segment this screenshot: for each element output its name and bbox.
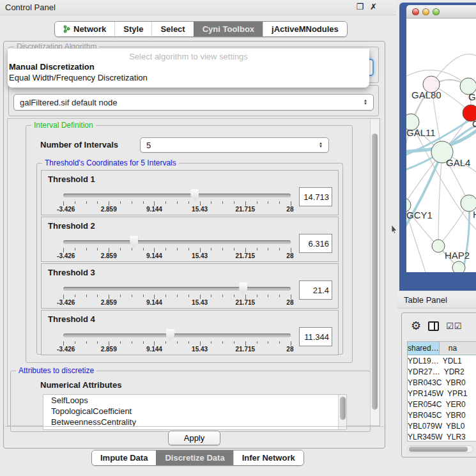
table-cell: YPR145W xyxy=(408,388,443,399)
table-cell: YBR0 xyxy=(441,410,476,420)
network-node-label: H xyxy=(473,209,476,220)
algorithm-popup-item[interactable]: Manual Discretization xyxy=(8,61,369,72)
slider-tick-labels: -3.4262.8599.14415.4321.71528 xyxy=(63,346,291,353)
slider-tick-labels: -3.4262.8599.14415.4321.71528 xyxy=(63,206,291,213)
threshold-value-field[interactable]: 21.4 xyxy=(299,280,332,300)
bottom-tab-infer-network[interactable]: Infer Network xyxy=(233,450,303,465)
apply-button[interactable]: Apply xyxy=(168,431,221,445)
network-canvas[interactable]: GAL80GACGAL11GAL4GCY1HHAP2 xyxy=(406,19,476,272)
bottom-tab-discretize-data[interactable]: Discretize Data xyxy=(156,450,233,465)
tab-label: Select xyxy=(160,24,185,34)
num-intervals-value: 5 xyxy=(146,141,151,150)
table-cell: YBL0 xyxy=(442,420,476,431)
table-data-combo[interactable]: galFiltered.sif default node ▲▼ xyxy=(13,94,374,111)
zoom-traffic-light[interactable] xyxy=(433,8,440,15)
table-data-value: galFiltered.sif default node xyxy=(20,98,117,107)
table-row[interactable]: YDR27…YDR2 xyxy=(408,366,476,377)
attributes-scrollbar[interactable] xyxy=(338,395,346,429)
table-row[interactable]: YDL19…YDL1 xyxy=(408,355,476,366)
threshold-slider-thumb[interactable] xyxy=(190,189,199,201)
bottom-tab-label: Impute Data xyxy=(100,453,148,463)
combo-stepper-icon: ▲▼ xyxy=(315,142,323,148)
split-columns-icon[interactable] xyxy=(428,321,439,331)
table-cell: YDR2 xyxy=(440,366,476,377)
close-window-icon[interactable]: ✗ xyxy=(370,2,377,12)
threshold-slider-thumb[interactable] xyxy=(130,236,138,248)
tab-label: Cyni Toolbox xyxy=(203,24,254,34)
apply-row: Apply xyxy=(4,426,384,449)
bottom-tab-impute-data[interactable]: Impute Data xyxy=(92,450,156,465)
node-table[interactable]: shared…na YDL19…YDL1YDR27…YDR2YBR043CYBR… xyxy=(407,341,476,441)
numerical-attributes-list[interactable]: SelfLoopsTopologicalCoefficientBetweenne… xyxy=(43,394,347,430)
tab-select[interactable]: Select xyxy=(151,22,193,36)
table-cell: YBL079W xyxy=(408,420,442,431)
network-view-window: GAL80GACGAL11GAL4GCY1HHAP2 xyxy=(399,3,476,291)
threshold-panel: Threshold 3-3.4262.8599.14415.4321.71528… xyxy=(41,263,339,309)
table-cell: YBR0 xyxy=(441,377,476,388)
table-panel-toolbar: ⚙ ☑☑ xyxy=(402,317,476,335)
table-cell: YDL19… xyxy=(408,355,439,366)
table-row[interactable]: YBL079WYBL0 xyxy=(408,420,476,431)
algorithm-dropdown-popup: Select algorithm to view settings Manual… xyxy=(8,49,369,88)
table-row[interactable]: YER054CYER0 xyxy=(408,399,476,410)
thresholds-group: Threshold's Coordinates for 5 Intervals … xyxy=(36,163,343,355)
table-cell: YBR045C xyxy=(408,410,441,420)
threshold-slider-track[interactable] xyxy=(63,334,291,337)
table-column-header[interactable]: na xyxy=(440,342,476,355)
tab-network[interactable]: Network xyxy=(55,22,114,36)
network-icon xyxy=(63,25,70,33)
tab-label: jActiveMNodules xyxy=(272,24,339,34)
table-cell: YDR27… xyxy=(408,366,440,377)
network-node-label: GCY1 xyxy=(406,210,433,220)
tab-label: Style xyxy=(123,24,143,34)
settings-vertical-scrollbar[interactable] xyxy=(370,119,379,425)
gear-icon[interactable]: ⚙ xyxy=(411,320,421,332)
tab-cyni-toolbox[interactable]: Cyni Toolbox xyxy=(194,22,263,36)
table-row[interactable]: YBR043CYBR0 xyxy=(408,377,476,388)
checkbox-icons[interactable]: ☑☑ xyxy=(446,321,462,331)
threshold-slider-track[interactable] xyxy=(63,287,291,291)
close-traffic-light[interactable] xyxy=(412,8,419,15)
tab-style[interactable]: Style xyxy=(114,22,151,36)
float-window-icon[interactable]: ❐ xyxy=(356,2,364,12)
network-node[interactable] xyxy=(452,261,465,272)
threshold-value-field[interactable]: 11.344 xyxy=(299,327,332,346)
bottom-tab-bar: Impute DataDiscretize DataInfer Network xyxy=(91,450,304,466)
threshold-slider-thumb[interactable] xyxy=(166,329,174,341)
network-edge-highlighted[interactable] xyxy=(463,203,470,272)
attribute-list-item[interactable]: TopologicalCoefficient xyxy=(43,406,346,417)
table-row[interactable]: YBR045CYBR0 xyxy=(408,410,476,420)
table-cell: YPR1 xyxy=(443,388,476,399)
threshold-value-field[interactable]: 14.713 xyxy=(299,187,332,206)
numerical-attributes-label: Numerical Attributes xyxy=(40,380,121,390)
table-cell: YDL1 xyxy=(439,355,476,366)
network-node-label: C xyxy=(472,118,476,129)
threshold-value-field[interactable]: 6.316 xyxy=(299,234,332,253)
table-row[interactable]: YPR145WYPR1 xyxy=(408,388,476,399)
table-panel-titlebar: Table Panel xyxy=(397,291,476,309)
threshold-slider-track[interactable] xyxy=(63,240,291,244)
top-tab-bar: NetworkStyleSelectCyni ToolboxjActiveMNo… xyxy=(54,21,348,37)
num-intervals-label: Number of Intervals xyxy=(40,140,118,150)
minimize-traffic-light[interactable] xyxy=(422,8,429,15)
threshold-panel: Threshold 4-3.4262.8599.14415.4321.71528… xyxy=(41,310,339,355)
table-cell: YER054C xyxy=(408,399,441,410)
attributes-title: Attributes to discretize xyxy=(16,366,96,375)
network-edge[interactable] xyxy=(438,152,442,246)
network-node[interactable] xyxy=(432,240,445,252)
slider-tick-labels: -3.4262.8599.14415.4321.71528 xyxy=(63,299,291,307)
interval-definition-title: Interval Definition xyxy=(31,121,96,130)
table-row[interactable]: YLR345WYLR3 xyxy=(408,431,476,441)
network-node-label: GA xyxy=(468,91,476,102)
table-data-group: Table Data galFiltered.sif default node … xyxy=(8,85,379,116)
num-intervals-combo[interactable]: 5 ▲▼ xyxy=(140,137,329,153)
tab-jactivemnodules[interactable]: jActiveMNodules xyxy=(263,22,347,36)
network-node-label: GAL4 xyxy=(446,157,470,168)
table-column-header[interactable]: shared… xyxy=(408,342,440,355)
threshold-slider-thumb[interactable] xyxy=(239,282,247,295)
attribute-list-item[interactable]: SelfLoops xyxy=(43,395,346,406)
algorithm-popup-item[interactable]: Equal Width/Frequency Discretization xyxy=(8,72,369,83)
table-horizontal-scrollbar[interactable] xyxy=(407,445,473,453)
table-cell: YBR043C xyxy=(408,377,441,388)
threshold-slider-track[interactable] xyxy=(63,194,291,197)
